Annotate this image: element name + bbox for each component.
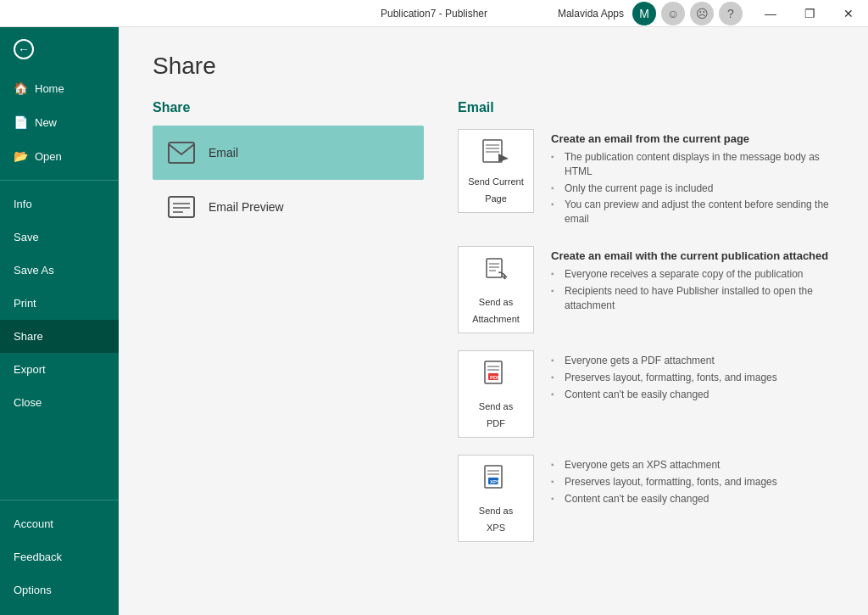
bullet-item: Preserves layout, formatting, fonts, and…	[551, 371, 834, 385]
svg-rect-16	[485, 361, 502, 383]
sidebar-item-save-as[interactable]: Save As	[0, 254, 119, 287]
sidebar-item-open[interactable]: 📂 Open	[0, 139, 119, 173]
send-as-pdf-icon: PDF	[481, 360, 510, 394]
svg-rect-1	[169, 197, 194, 217]
send-current-page-button[interactable]: Send Current Page	[458, 129, 534, 213]
bullet-item: Only the current page is included	[551, 182, 834, 196]
sidebar-item-home[interactable]: 🏠 Home	[0, 71, 119, 105]
email-option-send-current-page: Send Current Page Create an email from t…	[458, 129, 834, 229]
sidebar-item-save[interactable]: Save	[0, 221, 119, 254]
left-panel: Share Email	[153, 100, 424, 559]
email-preview-label: Email Preview	[209, 200, 284, 214]
svg-rect-0	[169, 143, 194, 163]
user-avatar: M	[632, 2, 656, 25]
share-option-email[interactable]: Email	[153, 126, 424, 180]
sidebar-export-label: Export	[14, 363, 46, 376]
sidebar-divider-2	[0, 500, 119, 500]
email-option-send-as-pdf: PDF Send as PDF Everyone gets a PDF atta…	[458, 350, 834, 438]
bullet-item: Everyone gets an XPS attachment	[551, 458, 834, 472]
bullet-item: You can preview and adjust the content b…	[551, 198, 834, 226]
sidebar-feedback-label: Feedback	[14, 551, 62, 563]
email-preview-icon	[166, 192, 197, 222]
minimize-button[interactable]: —	[751, 0, 790, 27]
titlebar: Publication7 - Publisher Malavida Apps M…	[0, 0, 868, 27]
send-as-attachment-bullets: Everyone receives a separate copy of the…	[551, 267, 834, 312]
bullet-item: The publication content displays in the …	[551, 150, 834, 179]
send-current-page-icon	[481, 138, 510, 170]
send-as-attachment-title: Create an email with the current publica…	[551, 249, 834, 262]
send-as-xps-label-2: XPS	[487, 523, 505, 533]
sidebar-saveas-label: Save As	[14, 264, 54, 277]
send-as-xps-button[interactable]: XPS Send as XPS	[458, 455, 534, 542]
bullet-item: Everyone gets a PDF attachment	[551, 354, 834, 368]
sidebar-close-label: Close	[14, 396, 42, 409]
send-as-attachment-icon	[481, 255, 510, 290]
send-as-pdf-button[interactable]: PDF Send as PDF	[458, 350, 534, 438]
app-container: ← 🏠 Home 📄 New 📂 Open Info Save Save As …	[0, 27, 868, 615]
sidebar-info-label: Info	[14, 198, 32, 210]
sidebar-print-label: Print	[14, 297, 36, 310]
sidebar-item-info[interactable]: Info	[0, 187, 119, 221]
sidebar-share-label: Share	[14, 330, 43, 343]
email-option-send-as-attachment: Send as Attachment Create an email with …	[458, 246, 834, 333]
help-icon[interactable]: ?	[719, 2, 743, 25]
emoji-happy-icon: ☺	[661, 2, 685, 25]
send-current-page-label-2: Page	[485, 193, 507, 204]
sidebar-item-print[interactable]: Print	[0, 287, 119, 320]
send-as-attachment-label-1: Send as	[479, 297, 513, 307]
email-option-label: Email	[209, 146, 238, 159]
back-button[interactable]: ←	[0, 27, 119, 71]
emoji-sad-icon: ☹	[690, 2, 714, 25]
sidebar-home-label: Home	[35, 82, 64, 95]
email-section-title: Email	[458, 100, 834, 115]
send-as-attachment-button[interactable]: Send as Attachment	[458, 246, 534, 333]
send-as-pdf-bullets: Everyone gets a PDF attachment Preserves…	[551, 354, 834, 401]
send-current-page-title: Create an email from the current page	[551, 132, 834, 145]
window-controls: — ❐ ✕	[751, 0, 868, 27]
sidebar-item-export[interactable]: Export	[0, 353, 119, 386]
titlebar-title: Publication7 - Publisher	[381, 8, 487, 20]
sidebar-bottom: Account Feedback Options	[0, 493, 119, 615]
send-as-pdf-label-2: PDF	[487, 418, 505, 428]
bullet-item: Preserves layout, formatting, fonts, and…	[551, 475, 834, 489]
send-current-page-label-1: Send Current	[468, 176, 523, 187]
svg-text:XPS: XPS	[490, 479, 500, 484]
send-as-attachment-details: Create an email with the current publica…	[551, 246, 834, 315]
svg-rect-10	[487, 259, 502, 277]
send-as-pdf-label-1: Send as	[479, 401, 513, 411]
send-as-xps-label-1: Send as	[479, 506, 513, 516]
email-option-send-as-xps: XPS Send as XPS Everyone gets an XPS att…	[458, 455, 834, 542]
svg-marker-9	[498, 154, 509, 162]
send-as-pdf-details: Everyone gets a PDF attachment Preserves…	[551, 350, 834, 404]
email-icon	[166, 137, 197, 168]
sidebar-item-options[interactable]: Options	[0, 573, 119, 607]
sidebar-item-close[interactable]: Close	[0, 386, 119, 419]
open-icon: 📂	[14, 149, 28, 163]
sidebar-save-label: Save	[14, 231, 39, 243]
bullet-item: Content can't be easily changed	[551, 388, 834, 402]
send-current-page-bullets: The publication content displays in the …	[551, 150, 834, 226]
send-as-xps-details: Everyone gets an XPS attachment Preserve…	[551, 455, 834, 508]
sidebar-options-label: Options	[14, 584, 52, 596]
bullet-item: Content can't be easily changed	[551, 492, 834, 506]
send-as-xps-icon: XPS	[481, 464, 510, 499]
malavida-label: Malavida Apps	[558, 8, 624, 20]
sidebar-item-share[interactable]: Share	[0, 320, 119, 353]
svg-rect-21	[485, 466, 502, 488]
share-option-email-preview[interactable]: Email Preview	[153, 180, 424, 234]
sidebar-item-account[interactable]: Account	[0, 507, 119, 540]
bullet-item: Recipients need to have Publisher instal…	[551, 284, 834, 313]
bullet-item: Everyone receives a separate copy of the…	[551, 267, 834, 282]
share-section-title: Share	[153, 100, 424, 115]
close-button[interactable]: ✕	[829, 0, 868, 27]
main-content: Share Share Email	[119, 27, 868, 615]
sidebar-divider-1	[0, 180, 119, 181]
sidebar-new-label: New	[35, 116, 57, 129]
restore-button[interactable]: ❐	[790, 0, 829, 27]
sidebar-item-feedback[interactable]: Feedback	[0, 540, 119, 573]
sidebar-item-new[interactable]: 📄 New	[0, 105, 119, 139]
sidebar-account-label: Account	[14, 517, 53, 530]
sidebar-open-label: Open	[35, 150, 62, 163]
send-as-attachment-label-2: Attachment	[472, 314, 520, 324]
back-icon: ←	[14, 39, 34, 59]
